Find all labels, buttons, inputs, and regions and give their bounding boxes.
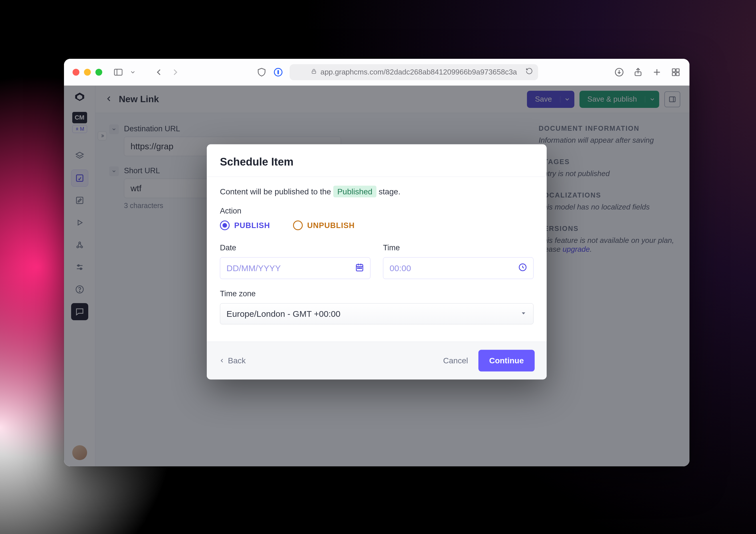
unpublish-radio[interactable]: UNPUBLISH (293, 221, 355, 230)
new-tab-icon[interactable] (652, 67, 662, 77)
svg-point-32 (358, 267, 359, 268)
time-input[interactable]: 00:00 (383, 257, 533, 279)
tabs-overview-icon[interactable] (671, 67, 681, 77)
chevron-down-icon[interactable] (130, 67, 136, 77)
date-label: Date (220, 243, 370, 252)
url-bar[interactable]: app.graphcms.com/82dadc268ab841209966b9a… (290, 64, 538, 80)
action-label: Action (220, 207, 533, 216)
schedule-item-modal: Schedule Item Content will be published … (207, 144, 547, 380)
browser-window: app.graphcms.com/82dadc268ab841209966b9a… (64, 59, 689, 466)
continue-button[interactable]: Continue (478, 350, 535, 371)
shield-icon[interactable] (256, 67, 267, 77)
time-label: Time (383, 243, 533, 252)
cancel-button[interactable]: Cancel (443, 356, 468, 365)
modal-description: Content will be published to the Publish… (220, 187, 533, 196)
svg-point-34 (361, 267, 362, 268)
zoom-window-button[interactable] (95, 69, 102, 76)
chevron-down-icon (520, 309, 527, 319)
nav-back-button[interactable] (154, 67, 164, 77)
timezone-select[interactable]: Europe/London - GMT +00:00 (220, 303, 533, 324)
share-icon[interactable] (633, 67, 643, 77)
svg-rect-10 (672, 69, 675, 72)
modal-footer: Back Cancel Continue (207, 342, 547, 380)
modal-header: Schedule Item (207, 144, 547, 177)
onepassword-icon[interactable] (273, 67, 283, 77)
lock-icon (311, 68, 317, 76)
sidebar-toggle-icon[interactable] (113, 67, 123, 77)
svg-rect-13 (676, 72, 680, 76)
svg-point-33 (359, 267, 360, 268)
reload-icon[interactable] (526, 67, 533, 77)
publish-radio[interactable]: PUBLISH (220, 221, 270, 230)
timezone-label: Time zone (220, 290, 533, 298)
modal-title: Schedule Item (220, 156, 533, 168)
nav-forward-button[interactable] (170, 67, 180, 77)
calendar-icon[interactable] (355, 262, 364, 274)
close-window-button[interactable] (72, 69, 79, 76)
window-controls (72, 69, 102, 76)
minimize-window-button[interactable] (84, 69, 91, 76)
svg-rect-0 (115, 69, 122, 75)
modal-back-button[interactable]: Back (219, 356, 246, 365)
url-text: app.graphcms.com/82dadc268ab841209966b9a… (320, 68, 517, 76)
browser-titlebar: app.graphcms.com/82dadc268ab841209966b9a… (64, 59, 689, 86)
downloads-icon[interactable] (614, 67, 624, 77)
svg-rect-4 (312, 71, 316, 73)
clock-icon[interactable] (518, 262, 527, 274)
svg-rect-3 (277, 70, 279, 74)
svg-rect-12 (672, 72, 675, 76)
date-input[interactable]: DD/MM/YYYY (220, 257, 370, 279)
svg-rect-11 (676, 69, 680, 72)
stage-badge: Published (333, 186, 376, 197)
svg-marker-36 (522, 313, 525, 315)
app-content: CM M New Link (64, 86, 689, 466)
